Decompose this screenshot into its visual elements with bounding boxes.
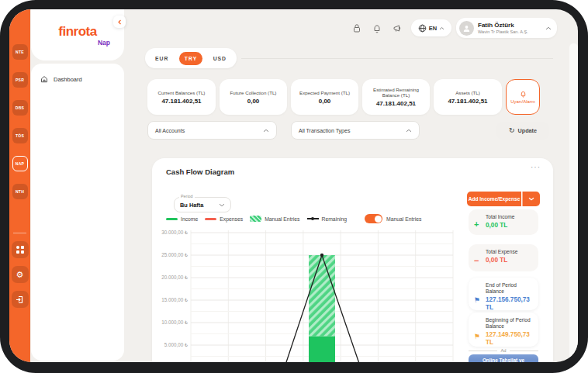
topbar: EN Fatih Öztürk Wavin Tr Plastik San. A.… [351, 17, 557, 39]
brand-logo: finrota [58, 24, 96, 40]
language-label: EN [429, 25, 437, 32]
rail-module-dbs[interactable]: DBS [12, 100, 28, 116]
total-income-label: Total Income [486, 214, 534, 220]
logout-button[interactable] [12, 291, 29, 308]
apps-grid-icon [16, 246, 24, 254]
summary-cards-row: Current Balances (TL) 47.181.402,51 Futu… [147, 79, 540, 115]
bell-icon [372, 23, 382, 33]
svg-text:20.000,00 ₺: 20.000,00 ₺ [161, 275, 188, 280]
ad-banner[interactable]: Online Tahsilat ve [469, 354, 538, 362]
legend-remaining: Remaining [307, 216, 348, 222]
currency-tabs: EUR TRY USD [145, 48, 237, 68]
logout-icon [16, 295, 24, 304]
period-label: Period [179, 194, 195, 199]
period-value: Bu Hafta [180, 202, 203, 209]
svg-text:5.000,00 ₺: 5.000,00 ₺ [164, 342, 188, 347]
legend-manual-entries: Manual Entries [250, 216, 299, 222]
chevron-left-icon [117, 19, 123, 25]
end-of-period-value: 127.156.750,73 TL [486, 296, 534, 312]
home-icon [40, 75, 48, 83]
megaphone-icon [393, 23, 403, 33]
person-icon [462, 24, 471, 33]
rail-module-psr[interactable]: PSR [12, 72, 28, 88]
tab-eur[interactable]: EUR [150, 52, 174, 65]
chart-legend: Income Expenses Manual Entries Remaining… [166, 214, 421, 223]
svg-text:25.000,00 ₺: 25.000,00 ₺ [161, 252, 188, 257]
scrollbar-track[interactable] [569, 43, 578, 360]
total-expense-card: − Total Expense 0,00 TL [469, 244, 538, 271]
language-selector[interactable]: EN [411, 19, 451, 36]
announcements-button[interactable] [391, 22, 403, 34]
svg-text:10.000,00 ₺: 10.000,00 ₺ [161, 319, 188, 325]
transaction-types-select[interactable]: All Transaction Types [291, 121, 420, 140]
rail-module-nap[interactable]: NAP [12, 156, 28, 171]
tabs-divider [241, 58, 553, 59]
alarm-button[interactable]: Uyarı/Alarm [506, 79, 540, 115]
card-future-collection: Future Collection (TL) 0,00 [220, 79, 287, 115]
minus-icon: − [474, 257, 479, 265]
user-texts: Fatih Öztürk Wavin Tr Plastik San. A.Ş. [478, 22, 545, 35]
legend-label: Manual Entries [265, 216, 299, 222]
lock-button[interactable] [351, 22, 363, 34]
card-value: 47.181.402,51 [448, 98, 487, 105]
rail-module-nth[interactable]: NTH [12, 184, 28, 199]
flag-icon: ⚑ [473, 333, 480, 340]
legend-label: Remaining [322, 216, 348, 222]
card-title: Current Balances (TL) [155, 90, 209, 95]
card-value: 47.181.402,51 [376, 100, 416, 107]
add-income-expense-button[interactable]: Add Income/Expense [467, 192, 521, 206]
ad-label: Ad [500, 348, 506, 353]
card-title: Estimated Remaining Balance (TL) [362, 87, 430, 98]
legend-expenses: Expenses [205, 216, 243, 222]
chevron-up-icon [439, 26, 444, 30]
legend-label: Expenses [220, 216, 243, 222]
card-title: Expected Payment (TL) [296, 90, 353, 95]
sidebar-menu: Dashboard [31, 64, 124, 361]
period-select[interactable]: Bu Hafta [174, 197, 231, 212]
notifications-button[interactable] [371, 22, 383, 34]
panel-menu-icon[interactable]: ··· [531, 163, 541, 171]
update-button[interactable]: ↻ Update [496, 122, 549, 140]
chevron-up-icon [406, 129, 412, 133]
legend-label: Income [181, 216, 198, 222]
user-menu[interactable]: Fatih Öztürk Wavin Tr Plastik San. A.Ş. [456, 18, 557, 38]
sidebar-item-dashboard[interactable]: Dashboard [31, 71, 124, 88]
apps-button[interactable] [12, 241, 29, 258]
sidebar-item-label: Dashboard [54, 76, 82, 83]
bell-icon [520, 90, 527, 98]
chevron-down-icon [528, 197, 534, 201]
sidebar-collapse-button[interactable] [113, 16, 126, 28]
total-expense-label: Total Expense [486, 249, 534, 255]
income-swatch-icon [166, 218, 178, 220]
manual-entries-toggle[interactable] [365, 214, 382, 223]
add-income-expense-dropdown[interactable] [522, 192, 540, 206]
card-value: 0,00 [247, 98, 260, 105]
card-expected-payment: Expected Payment (TL) 0,00 [291, 79, 358, 115]
module-rail: NTE PSR DBS TÖS NAP NTH ⚙ [9, 9, 30, 362]
chevron-up-icon [545, 26, 552, 30]
rail-module-tos[interactable]: TÖS [12, 128, 28, 143]
settings-button[interactable]: ⚙ [12, 266, 29, 283]
accounts-select[interactable]: All Accounts [147, 121, 277, 140]
card-current-balances: Current Balances (TL) 47.181.402,51 [147, 79, 216, 115]
globe-icon [418, 24, 427, 33]
chevron-down-icon [219, 203, 225, 207]
alarm-label: Uyarı/Alarm [510, 99, 535, 104]
card-value: 0,00 [319, 98, 331, 105]
svg-text:15.000,00 ₺: 15.000,00 ₺ [161, 297, 188, 302]
expenses-swatch-icon [205, 218, 216, 220]
cash-flow-panel: Cash Flow Diagram ··· Bu Hafta Period Ad… [152, 158, 553, 362]
card-title: Future Collection (TL) [227, 90, 280, 95]
manual-entries-swatch-icon [250, 216, 261, 222]
tab-usd[interactable]: USD [208, 52, 232, 65]
beginning-of-period-label: Beginning of Period Balance [486, 317, 534, 330]
avatar [459, 21, 474, 36]
rail-module-nte[interactable]: NTE [12, 44, 28, 60]
plus-icon: + [474, 220, 479, 229]
flag-icon: ⚑ [473, 296, 480, 304]
tab-try[interactable]: TRY [179, 52, 202, 65]
chevron-up-icon [263, 129, 269, 133]
end-of-period-card: ⚑ End of Period Balance 127.156.750,73 T… [469, 278, 538, 310]
update-label: Update [518, 127, 537, 134]
user-company: Wavin Tr Plastik San. A.Ş. [478, 29, 545, 35]
